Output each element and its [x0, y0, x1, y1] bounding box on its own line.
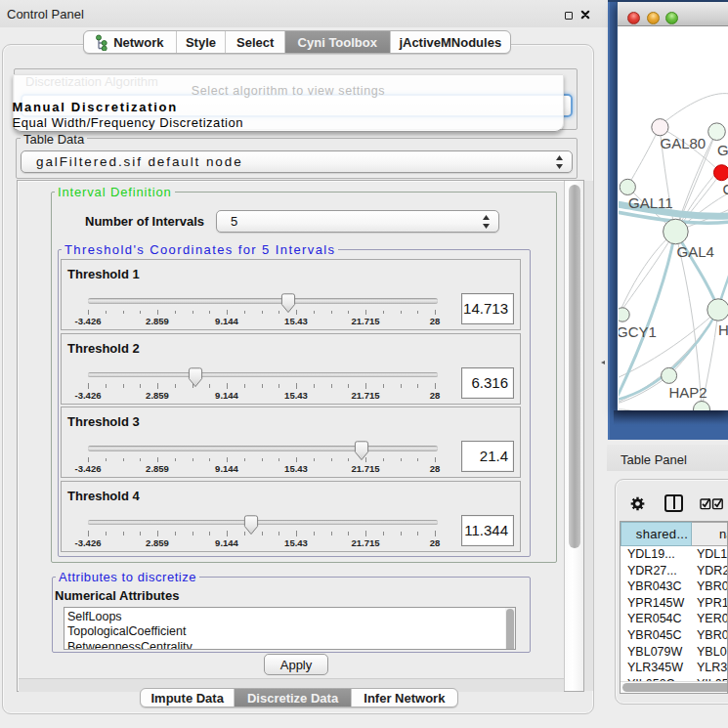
svg-text:GCY1: GCY1 — [619, 323, 657, 340]
svg-text:HAP2: HAP2 — [669, 384, 707, 401]
svg-text:HA: HA — [718, 321, 728, 338]
svg-text:GAL80: GAL80 — [661, 135, 707, 151]
svg-text:CD: CD — [723, 181, 728, 197]
svg-text:GAL11: GAL11 — [628, 194, 673, 211]
svg-text:GA: GA — [717, 142, 728, 158]
svg-text:GAL4: GAL4 — [677, 243, 714, 260]
